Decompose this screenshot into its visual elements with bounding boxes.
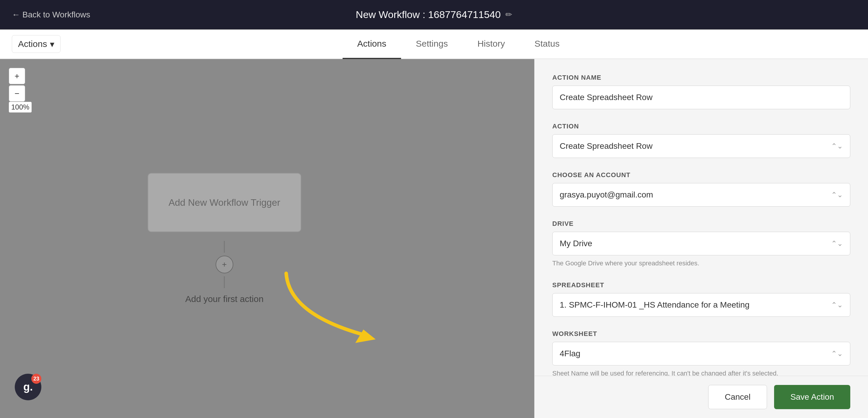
field-group-action: ACTION Create Spreadsheet Row ⌃⌄: [552, 123, 850, 158]
badge-count: 23: [31, 374, 41, 384]
drive-label: DRIVE: [552, 220, 850, 228]
add-action-connector: + Add your first action: [185, 241, 264, 304]
workflow-title: New Workflow : 1687764711540 ✏: [356, 9, 513, 20]
nav-bar: Actions ▾ Actions Settings History Statu…: [0, 30, 868, 59]
field-group-worksheet: WORKSHEET 4Flag ⌃⌄ Sheet Name will be us…: [552, 330, 850, 376]
panel-footer: Cancel Save Action: [534, 376, 868, 418]
field-group-drive: DRIVE My Drive ⌃⌄ The Google Drive where…: [552, 220, 850, 268]
action-select[interactable]: Create Spreadsheet Row ⌃⌄: [552, 134, 850, 158]
connector-line: [224, 241, 225, 253]
save-action-button[interactable]: Save Action: [774, 385, 850, 409]
action-name-input[interactable]: Create Spreadsheet Row: [552, 86, 850, 109]
spreadsheet-label: SPREADSHEET: [552, 281, 850, 289]
tab-actions[interactable]: Actions: [343, 30, 401, 59]
svg-marker-0: [353, 328, 376, 343]
trigger-box[interactable]: Add New Workflow Trigger: [148, 173, 301, 232]
field-group-action-name: ACTION NAME Create Spreadsheet Row: [552, 74, 850, 109]
action-label: ACTION: [552, 123, 850, 130]
worksheet-chevron-icon: ⌃⌄: [831, 350, 843, 358]
drive-select[interactable]: My Drive ⌃⌄: [552, 232, 850, 255]
account-label: CHOOSE AN ACCOUNT: [552, 171, 850, 179]
zoom-in-button[interactable]: +: [9, 68, 25, 84]
tab-settings[interactable]: Settings: [401, 30, 463, 59]
dropdown-chevron-icon: ▾: [50, 39, 54, 49]
edit-title-icon[interactable]: ✏: [505, 10, 512, 20]
canvas-controls: + −: [9, 68, 25, 101]
spreadsheet-select[interactable]: 1. SPMC-F-IHOM-01 _HS Attendance for a M…: [552, 293, 850, 317]
action-chevron-icon: ⌃⌄: [831, 142, 843, 150]
top-bar: ← Back to Workflows New Workflow : 16877…: [0, 0, 868, 30]
worksheet-select[interactable]: 4Flag ⌃⌄: [552, 342, 850, 365]
main-content: + − 100% Add New Workflow Trigger + Add …: [0, 59, 868, 418]
actions-dropdown-button[interactable]: Actions ▾: [12, 35, 61, 53]
cancel-button[interactable]: Cancel: [708, 385, 767, 409]
spreadsheet-chevron-icon: ⌃⌄: [831, 301, 843, 309]
action-name-label: ACTION NAME: [552, 74, 850, 82]
drive-chevron-icon: ⌃⌄: [831, 239, 843, 248]
field-group-account: CHOOSE AN ACCOUNT grasya.puyot@gmail.com…: [552, 171, 850, 206]
tab-history[interactable]: History: [463, 30, 520, 59]
account-select[interactable]: grasya.puyot@gmail.com ⌃⌄: [552, 183, 850, 206]
add-action-circle-button[interactable]: +: [216, 256, 233, 274]
nav-tabs: Actions Settings History Status: [343, 30, 575, 59]
g-badge-button[interactable]: g. 23: [15, 374, 41, 400]
drive-helper-text: The Google Drive where your spreadsheet …: [552, 258, 850, 268]
worksheet-label: WORKSHEET: [552, 330, 850, 338]
account-chevron-icon: ⌃⌄: [831, 191, 843, 199]
worksheet-helper-text: Sheet Name will be used for referencing,…: [552, 368, 850, 376]
tab-status[interactable]: Status: [520, 30, 575, 59]
zoom-level: 100%: [9, 102, 32, 112]
right-panel: ACTION NAME Create Spreadsheet Row ACTIO…: [534, 59, 868, 418]
field-group-spreadsheet: SPREADSHEET 1. SPMC-F-IHOM-01 _HS Attend…: [552, 281, 850, 317]
add-action-label: Add your first action: [185, 294, 264, 304]
back-to-workflows-button[interactable]: ← Back to Workflows: [12, 10, 90, 20]
panel-content: ACTION NAME Create Spreadsheet Row ACTIO…: [534, 59, 868, 376]
workflow-canvas: + − 100% Add New Workflow Trigger + Add …: [0, 59, 534, 418]
connector-line-2: [224, 276, 225, 288]
workflow-diagram: Add New Workflow Trigger + Add your firs…: [148, 173, 301, 304]
zoom-out-button[interactable]: −: [9, 85, 25, 101]
